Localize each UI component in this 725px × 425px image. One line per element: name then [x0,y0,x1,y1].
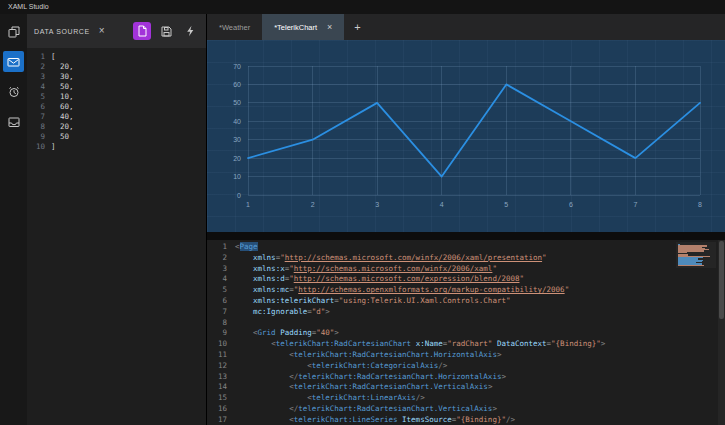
run-binding-button[interactable] [181,22,199,40]
activity-bar [0,14,27,425]
scrollbar-thumb[interactable] [719,241,724,319]
tab-label: *Weather [219,23,250,32]
line-text: 10, [51,92,74,102]
line-text: <Grid Padding="40"> [235,328,339,339]
splitter[interactable] [207,232,725,240]
line-text: xmlns:x="http://schemas.microsoft.com/wi… [235,264,497,275]
code-line[interactable]: 5 xmlns:mc="http://schemas.openxmlformat… [207,285,725,296]
xaml-studio-window: XAML Studio DATA SOURCE × [0,0,725,425]
line-text: </telerikChart:RadCartesianChart.Vertica… [235,404,497,415]
line-number: 10 [27,142,51,152]
code-line[interactable]: 3 xmlns:x="http://schemas.microsoft.com/… [207,264,725,275]
line-number: 14 [207,382,235,393]
line-number: 4 [27,82,51,92]
line-number: 3 [207,264,235,275]
mail-icon[interactable] [3,51,24,72]
line-number: 16 [207,404,235,415]
code-line[interactable]: 4 xmlns:d="http://schemas.microsoft.com/… [207,274,725,285]
line-text: xmlns:d="http://schemas.microsoft.com/ex… [235,274,524,285]
line-number: 9 [27,132,51,142]
data-source-line[interactable]: 10] [27,142,206,152]
code-line[interactable]: 14 <telerikChart:RadCartesianChart.Verti… [207,382,725,393]
y-axis-tick-label: 20 [233,155,241,162]
line-number: 8 [207,318,235,329]
x-axis-tick-label: 7 [633,201,637,208]
code-line[interactable]: 12 <telerikChart:CategoricalAxis/> [207,361,725,372]
data-source-line[interactable]: 8 20, [27,122,206,132]
close-data-source-icon[interactable]: × [99,26,105,36]
line-number: 5 [207,285,235,296]
code-line[interactable]: 8 [207,318,725,329]
line-number: 5 [27,92,51,102]
data-source-line[interactable]: 2 20, [27,62,206,72]
line-text: [ [51,52,56,62]
tab-bar: *Weather *TelerikChart × + [207,14,725,40]
line-number: 6 [27,102,51,112]
close-tab-icon[interactable]: × [327,22,332,32]
line-number: 15 [207,393,235,404]
line-number: 13 [207,372,235,383]
data-source-line[interactable]: 5 10, [27,92,206,102]
save-icon [161,26,172,37]
line-text: <telerikChart:RadCartesianChart x:Name="… [235,339,605,350]
line-text: xmlns:mc="http://schemas.openxmlformats.… [235,285,569,296]
copy-pages-icon[interactable] [3,21,24,42]
code-line[interactable]: 11 <telerikChart:RadCartesianChart.Horiz… [207,350,725,361]
line-text: 30, [51,72,74,82]
tab-weather[interactable]: *Weather [207,14,262,40]
code-line[interactable]: 17 <telerikChart:LineSeries ItemsSource=… [207,415,725,425]
app-title: XAML Studio [8,3,49,10]
document-icon [137,25,148,37]
code-lines: 1<Page2 xmlns="http://schemas.microsoft.… [207,240,725,425]
data-source-line[interactable]: 1[ [27,52,206,62]
xaml-code-editor[interactable]: 1<Page2 xmlns="http://schemas.microsoft.… [207,240,725,425]
line-text: mc:Ignorable="d"> [235,307,330,318]
data-source-line[interactable]: 4 50, [27,82,206,92]
code-line[interactable]: 10 <telerikChart:RadCartesianChart x:Nam… [207,339,725,350]
line-number: 7 [207,307,235,318]
code-line[interactable]: 15 <telerikChart:LinearAxis/> [207,393,725,404]
code-line[interactable]: 2 xmlns="http://schemas.microsoft.com/wi… [207,253,725,264]
code-line[interactable]: 16 </telerikChart:RadCartesianChart.Vert… [207,404,725,415]
x-axis-tick-label: 1 [246,201,250,208]
line-number: 2 [27,62,51,72]
save-button[interactable] [157,22,175,40]
line-number: 7 [27,112,51,122]
data-source-line[interactable]: 3 30, [27,72,206,82]
line-number: 8 [27,122,51,132]
y-axis-tick-label: 0 [237,192,241,199]
line-text: <telerikChart:RadCartesianChart.Vertical… [235,382,492,393]
data-source-line[interactable]: 7 40, [27,112,206,122]
data-source-line[interactable]: 9 50 [27,132,206,142]
y-axis-tick-label: 50 [233,99,241,106]
code-line[interactable]: 1<Page [207,242,725,253]
line-number: 12 [207,361,235,372]
data-source-line[interactable]: 6 60, [27,102,206,112]
data-source-editor[interactable]: 1[2 20,3 30,4 50,5 10,6 60,7 40,8 20,9 5… [27,48,206,425]
code-line[interactable]: 6 xmlns:telerikChart="using:Telerik.UI.X… [207,296,725,307]
chart-preview: 01020304050607012345678 [207,40,725,232]
line-number: 10 [207,339,235,350]
line-number: 3 [27,72,51,82]
new-document-button[interactable] [133,22,151,40]
inbox-tray-icon[interactable] [3,111,24,132]
code-line[interactable]: 9 <Grid Padding="40"> [207,328,725,339]
line-number: 2 [207,253,235,264]
data-source-title: DATA SOURCE [34,28,90,35]
line-text: 60, [51,102,74,112]
code-line[interactable]: 7 mc:Ignorable="d"> [207,307,725,318]
x-axis-tick-label: 2 [311,201,315,208]
tab-telerikchart[interactable]: *TelerikChart × [262,14,344,40]
data-source-header: DATA SOURCE × [27,14,206,48]
x-axis-tick-label: 3 [375,201,379,208]
minimap[interactable] [676,242,716,268]
line-text: <telerikChart:RadCartesianChart.Horizont… [235,350,501,361]
new-tab-button[interactable]: + [344,14,370,40]
line-text: 50, [51,82,74,92]
line-text: 20, [51,122,74,132]
code-line[interactable]: 13 </telerikChart:RadCartesianChart.Hori… [207,372,725,383]
scrollbar[interactable] [718,240,725,425]
y-axis-tick-label: 30 [233,136,241,143]
alarm-clock-icon[interactable] [3,81,24,102]
x-axis-tick-label: 4 [440,201,444,208]
